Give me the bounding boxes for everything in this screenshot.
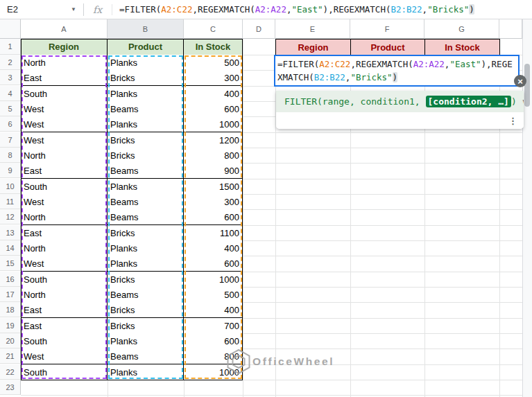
cell-C2[interactable]: 500 bbox=[184, 55, 243, 71]
cell-B13[interactable]: Bricks bbox=[108, 225, 184, 241]
result-header-in-stock[interactable]: In Stock bbox=[424, 39, 500, 55]
column-header-G[interactable]: G bbox=[424, 19, 499, 39]
cell-A16[interactable]: South bbox=[21, 272, 108, 288]
row-header-8[interactable]: 8 bbox=[0, 148, 21, 163]
row-header-7[interactable]: 7 bbox=[0, 132, 21, 148]
cell-A1[interactable]: Region bbox=[21, 39, 108, 55]
result-header-region[interactable]: Region bbox=[275, 39, 351, 55]
row-header-9[interactable]: 9 bbox=[0, 163, 21, 178]
row-header-16[interactable]: 16 bbox=[0, 272, 21, 287]
cell-A11[interactable]: West bbox=[21, 194, 108, 210]
cell-A14[interactable]: North bbox=[21, 240, 108, 256]
cell-C22[interactable]: 1000 bbox=[184, 364, 243, 380]
row-header-1[interactable]: 1 bbox=[0, 39, 21, 55]
cell-A20[interactable]: South bbox=[21, 333, 108, 349]
cell-B16[interactable]: Bricks bbox=[108, 272, 184, 288]
cell-B9[interactable]: Beams bbox=[108, 163, 184, 179]
cell-C15[interactable]: 600 bbox=[184, 256, 243, 272]
column-header-blank[interactable] bbox=[499, 19, 522, 39]
cell-A17[interactable]: North bbox=[21, 287, 108, 303]
cell-B7[interactable]: Bricks bbox=[108, 132, 184, 148]
cell-C6[interactable]: 1000 bbox=[184, 116, 243, 132]
cell-C7[interactable]: 1200 bbox=[184, 132, 243, 148]
cell-A4[interactable]: South bbox=[21, 86, 108, 102]
scrollbar-thumb[interactable] bbox=[524, 64, 530, 107]
column-header-A[interactable]: A bbox=[21, 19, 108, 39]
row-header-3[interactable]: 3 bbox=[0, 70, 21, 85]
cell-B4[interactable]: Planks bbox=[108, 86, 184, 102]
cell-B5[interactable]: Beams bbox=[108, 101, 184, 117]
row-header-14[interactable]: 14 bbox=[0, 240, 21, 256]
cell-B8[interactable]: Bricks bbox=[108, 148, 184, 164]
cell-C17[interactable]: 500 bbox=[184, 287, 243, 303]
cell-A22[interactable]: South bbox=[21, 364, 108, 380]
cell-B18[interactable]: Bricks bbox=[108, 302, 184, 318]
cell-B22[interactable]: Planks bbox=[108, 364, 184, 380]
cell-B10[interactable]: Planks bbox=[108, 179, 184, 195]
cell-C21[interactable]: 800 bbox=[184, 349, 243, 364]
cell-C1[interactable]: In Stock bbox=[184, 39, 243, 55]
row-header-21[interactable]: 21 bbox=[0, 349, 21, 364]
cell-B15[interactable]: Planks bbox=[108, 256, 184, 272]
row-header-19[interactable]: 19 bbox=[0, 318, 21, 333]
cell-C14[interactable]: 400 bbox=[184, 240, 243, 256]
cell-B2[interactable]: Planks bbox=[108, 55, 184, 71]
cell-A6[interactable]: West bbox=[21, 116, 108, 132]
cell-C10[interactable]: 1500 bbox=[184, 179, 243, 195]
cell-B3[interactable]: Bricks bbox=[108, 70, 184, 86]
row-header-13[interactable]: 13 bbox=[0, 225, 21, 240]
cell-B17[interactable]: Beams bbox=[108, 287, 184, 303]
name-box[interactable]: E2 bbox=[0, 4, 69, 15]
kebab-menu-icon[interactable]: ⋮ bbox=[508, 116, 517, 126]
cell-C5[interactable]: 600 bbox=[184, 101, 243, 117]
row-header-15[interactable]: 15 bbox=[0, 256, 21, 271]
cell-A19[interactable]: East bbox=[21, 318, 108, 334]
row-header-6[interactable]: 6 bbox=[0, 116, 21, 132]
column-header-C[interactable]: C bbox=[184, 19, 243, 39]
cell-A5[interactable]: West bbox=[21, 101, 108, 117]
column-header-E[interactable]: E bbox=[275, 19, 350, 39]
row-header-18[interactable]: 18 bbox=[0, 302, 21, 317]
cell-C20[interactable]: 600 bbox=[184, 333, 243, 349]
row-header-4[interactable]: 4 bbox=[0, 86, 21, 101]
row-header-10[interactable]: 10 bbox=[0, 179, 21, 194]
chevron-down-icon[interactable]: ∨ bbox=[522, 97, 524, 107]
cell-B6[interactable]: Planks bbox=[108, 116, 184, 132]
cell-C4[interactable]: 400 bbox=[184, 86, 243, 102]
cell-A18[interactable]: East bbox=[21, 302, 108, 318]
cell-C18[interactable]: 400 bbox=[184, 302, 243, 318]
cell-A21[interactable]: West bbox=[21, 349, 108, 364]
cell-B20[interactable]: Planks bbox=[108, 333, 184, 349]
column-header-D[interactable]: D bbox=[243, 19, 275, 39]
formula-input[interactable]: =FILTER(A2:C22,REGEXMATCH(A2:A22,"East")… bbox=[112, 4, 474, 15]
cell-C13[interactable]: 1100 bbox=[184, 225, 243, 241]
cell-B21[interactable]: Beams bbox=[108, 349, 184, 364]
row-header-22[interactable]: 22 bbox=[0, 364, 21, 380]
cell-A10[interactable]: South bbox=[21, 179, 108, 195]
cell-A7[interactable]: West bbox=[21, 132, 108, 148]
column-header-F[interactable]: F bbox=[350, 19, 424, 39]
row-header-5[interactable]: 5 bbox=[0, 101, 21, 116]
row-header-17[interactable]: 17 bbox=[0, 287, 21, 302]
cell-A8[interactable]: North bbox=[21, 148, 108, 164]
cell-A9[interactable]: East bbox=[21, 163, 108, 179]
cell-B19[interactable]: Bricks bbox=[108, 318, 184, 334]
column-header-B[interactable]: B bbox=[108, 19, 184, 39]
cell-C19[interactable]: 700 bbox=[184, 318, 243, 334]
row-header-11[interactable]: 11 bbox=[0, 194, 21, 209]
result-header-product[interactable]: Product bbox=[350, 39, 425, 55]
row-header-23[interactable]: 23 bbox=[0, 380, 21, 395]
row-header-12[interactable]: 12 bbox=[0, 209, 21, 224]
cell-C11[interactable]: 300 bbox=[184, 194, 243, 210]
select-all-corner[interactable] bbox=[0, 19, 21, 39]
cell-A12[interactable]: North bbox=[21, 209, 108, 225]
cell-B1[interactable]: Product bbox=[108, 39, 184, 55]
row-header-20[interactable]: 20 bbox=[0, 333, 21, 349]
name-box-caret-icon[interactable]: ▼ bbox=[71, 6, 83, 12]
row-header-2[interactable]: 2 bbox=[0, 55, 21, 70]
cell-A13[interactable]: East bbox=[21, 225, 108, 241]
cell-C9[interactable]: 900 bbox=[184, 163, 243, 179]
cell-B14[interactable]: Planks bbox=[108, 240, 184, 256]
cell-A2[interactable]: North bbox=[21, 55, 108, 71]
cell-B11[interactable]: Beams bbox=[108, 194, 184, 210]
